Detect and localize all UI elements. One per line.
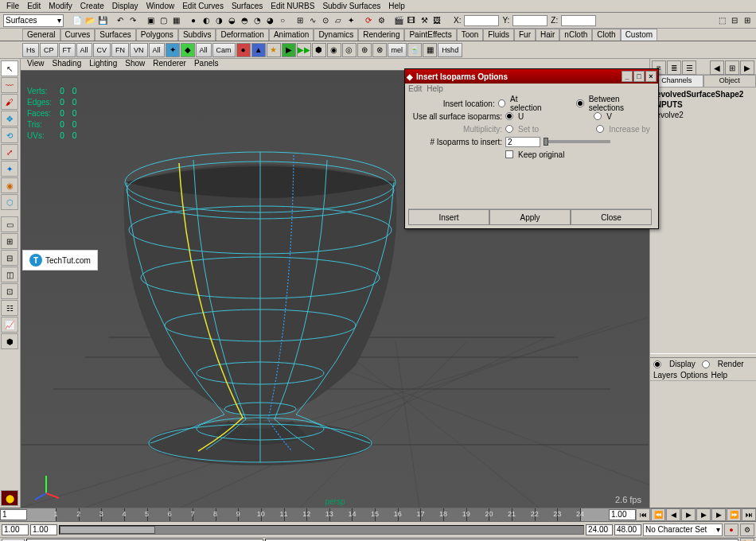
- shelf-i8[interactable]: ⊕: [357, 43, 372, 57]
- range-end-field[interactable]: 24.00: [586, 524, 613, 535]
- paint-select-icon[interactable]: 🖌: [1, 94, 18, 110]
- step-back-key-icon[interactable]: ⏪: [651, 508, 665, 521]
- step-fwd-icon[interactable]: ▶: [711, 508, 726, 521]
- vp-menu-show[interactable]: Show: [122, 59, 148, 70]
- shelf-red-icon[interactable]: ●: [236, 43, 251, 57]
- insert-button[interactable]: Insert: [408, 209, 489, 225]
- layout2-icon[interactable]: ⊟: [729, 15, 740, 26]
- time-slider[interactable]: 1 12345678910111213141516171819202122232…: [0, 508, 756, 522]
- tab-hair[interactable]: Hair: [536, 29, 559, 41]
- shelf-icon1[interactable]: ✦: [166, 43, 180, 57]
- mask7-icon[interactable]: ◕: [264, 15, 275, 26]
- vp-menu-lighting[interactable]: Lighting: [86, 59, 120, 70]
- btn-cp[interactable]: CP: [40, 43, 58, 57]
- render-globals-icon[interactable]: ⚒: [419, 15, 430, 26]
- radio-u[interactable]: [505, 112, 513, 120]
- tab-painteffects[interactable]: PaintEffects: [404, 29, 456, 41]
- btn-cv[interactable]: CV: [93, 43, 111, 57]
- vp-menu-view[interactable]: View: [24, 59, 48, 70]
- tab-deformation[interactable]: Deformation: [216, 29, 268, 41]
- snap-grid-icon[interactable]: ⊞: [294, 15, 306, 26]
- layer-list[interactable]: [650, 381, 756, 500]
- tab-animation[interactable]: Animation: [269, 29, 314, 41]
- menu-help[interactable]: Help: [385, 1, 408, 11]
- maximize-icon[interactable]: □: [633, 71, 645, 82]
- menu-edit[interactable]: Edit: [24, 1, 44, 11]
- radio-display[interactable]: [653, 360, 661, 368]
- num-isoparms-slider[interactable]: [544, 140, 610, 143]
- render-view-icon[interactable]: 🖼: [431, 15, 442, 26]
- tab-toon[interactable]: Toon: [457, 29, 484, 41]
- select-component-icon[interactable]: ▦: [170, 15, 181, 26]
- menu-editnurbs[interactable]: Edit NURBS: [267, 1, 318, 11]
- undo-icon[interactable]: ↶: [115, 15, 126, 26]
- btn-all1[interactable]: All: [76, 43, 92, 57]
- shelf-play-icon[interactable]: ▶▶: [297, 43, 311, 57]
- vp-menu-renderer[interactable]: Renderer: [150, 59, 189, 70]
- mask2-icon[interactable]: ◐: [201, 15, 212, 26]
- rp-icon4[interactable]: ◀: [710, 60, 724, 75]
- prefs-icon[interactable]: ⚙: [740, 523, 754, 536]
- rp-icon2[interactable]: ≣: [667, 60, 681, 75]
- layers-options[interactable]: Options: [680, 371, 707, 379]
- layers-help[interactable]: Help: [711, 371, 727, 379]
- node-shape[interactable]: revolvedSurfaceShape2: [652, 89, 754, 99]
- range-start-field[interactable]: 1.00: [30, 524, 57, 535]
- shelf-blue-icon[interactable]: ▲: [251, 43, 266, 57]
- rp-icon3[interactable]: ☰: [682, 60, 696, 75]
- tab-rendering[interactable]: Rendering: [358, 29, 404, 41]
- snap-curve-icon[interactable]: ∿: [307, 15, 318, 26]
- snap-plane-icon[interactable]: ▱: [333, 15, 344, 26]
- tab-fluids[interactable]: Fluids: [483, 29, 514, 41]
- range-slider[interactable]: [59, 525, 584, 535]
- layout-graph-icon[interactable]: 📈: [1, 317, 18, 333]
- coord-z-input[interactable]: [561, 15, 596, 26]
- coord-x-input[interactable]: [464, 15, 499, 26]
- radio-render[interactable]: [702, 360, 710, 368]
- tab-object[interactable]: Object: [703, 75, 757, 88]
- shelf-star-icon[interactable]: ★: [267, 43, 281, 57]
- menu-file[interactable]: File: [3, 1, 22, 11]
- autokey-icon[interactable]: ●: [724, 523, 738, 536]
- btn-ft[interactable]: FT: [59, 43, 76, 57]
- slider-thumb[interactable]: [544, 138, 548, 146]
- step-fwd-key-icon[interactable]: ⏩: [727, 508, 741, 521]
- tab-curves[interactable]: Curves: [60, 29, 95, 41]
- current-frame-field-left[interactable]: 1: [0, 509, 27, 520]
- btn-cam[interactable]: Cam: [212, 43, 236, 57]
- coord-y-input[interactable]: [512, 15, 548, 26]
- menu-editcurves[interactable]: Edit Curves: [179, 1, 227, 11]
- shelf-green-icon[interactable]: ▶: [282, 43, 296, 57]
- tab-subdivs[interactable]: Subdivs: [178, 29, 216, 41]
- btn-all3[interactable]: All: [196, 43, 212, 57]
- layout-2v-icon[interactable]: ◫: [1, 267, 18, 282]
- goto-end-icon[interactable]: ⏭: [742, 508, 756, 521]
- snap-live-icon[interactable]: ✦: [345, 15, 357, 26]
- tab-surfaces[interactable]: Surfaces: [95, 29, 135, 41]
- render-icon[interactable]: 🎬: [393, 15, 404, 26]
- current-frame-field-right[interactable]: 1.00: [609, 509, 636, 520]
- close-icon[interactable]: ×: [645, 71, 657, 82]
- play-back-icon[interactable]: ▶: [681, 508, 696, 521]
- dlg-menu-help[interactable]: Help: [427, 84, 443, 93]
- range-thumb[interactable]: [60, 526, 155, 534]
- anim-end-field[interactable]: 48.00: [614, 524, 641, 535]
- tab-ncloth[interactable]: nCloth: [559, 29, 592, 41]
- radio-at-selection[interactable]: [498, 99, 505, 107]
- btn-mel[interactable]: mel: [388, 43, 407, 57]
- ipr-icon[interactable]: 🎞: [406, 15, 417, 26]
- radio-between-selections[interactable]: [576, 99, 583, 107]
- layout-four-icon[interactable]: ⊞: [1, 233, 18, 249]
- select-tool-icon[interactable]: ↖: [1, 60, 18, 76]
- shelf-i9[interactable]: ⊗: [372, 43, 387, 57]
- layout-single-icon[interactable]: ▭: [1, 216, 18, 232]
- num-isoparms-input[interactable]: [505, 137, 540, 147]
- mask6-icon[interactable]: ◔: [251, 15, 263, 26]
- rp-icon5[interactable]: ⊞: [725, 60, 739, 75]
- select-object-icon[interactable]: ▢: [158, 15, 169, 26]
- menu-window[interactable]: Window: [143, 1, 178, 11]
- rotate-tool-icon[interactable]: ⟲: [1, 127, 18, 143]
- shelf-hrb-icon[interactable]: ⬢: [312, 43, 326, 57]
- tab-custom[interactable]: Custom: [621, 29, 657, 41]
- menu-create[interactable]: Create: [77, 1, 107, 11]
